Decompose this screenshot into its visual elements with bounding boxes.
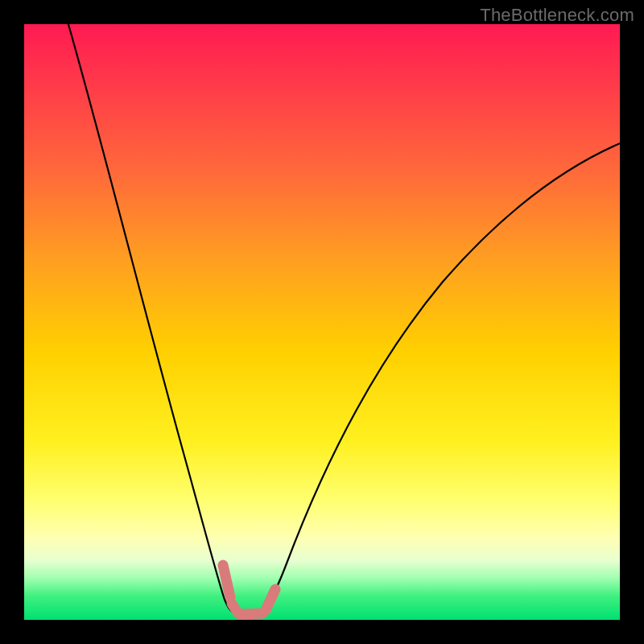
curve-right-branch [256,137,620,613]
bottleneck-curve [24,24,620,620]
plot-area [24,24,620,620]
watermark-text: TheBottleneck.com [480,5,634,26]
curve-left-branch [66,24,235,613]
chart-frame: TheBottleneck.com [0,0,644,644]
valley-marker [223,565,275,614]
